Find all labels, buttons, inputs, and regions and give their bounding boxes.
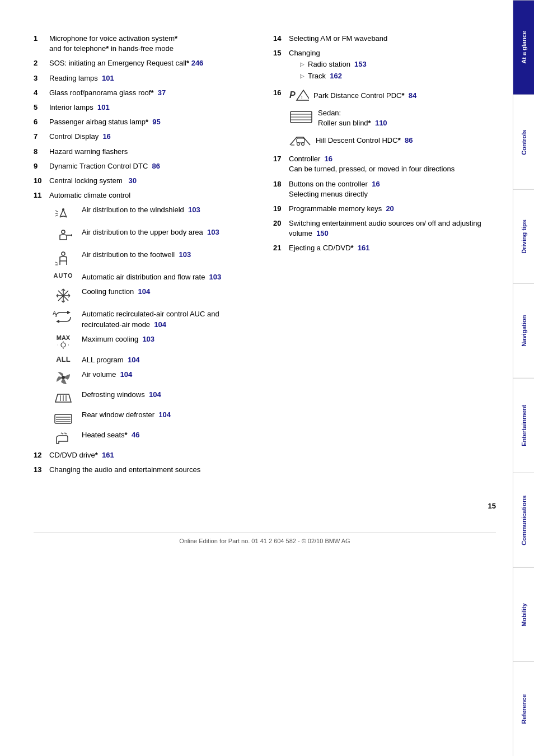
list-item-20: 20 Switching entertainment audio sources… bbox=[273, 218, 496, 239]
list-item-14: 14 Selecting AM or FM waveband bbox=[273, 34, 496, 44]
heated-seats-icon bbox=[53, 430, 73, 446]
svg-point-9 bbox=[62, 252, 65, 255]
climate-icon-rear-defrost: Rear window defroster 104 bbox=[49, 410, 256, 426]
climate-icon-list: Air distribution to the windshield 103 bbox=[49, 205, 256, 446]
svg-rect-49 bbox=[297, 138, 305, 143]
svg-marker-8 bbox=[71, 234, 72, 236]
list-item-2: 2 SOS: initiating an Emergency Request c… bbox=[34, 58, 256, 68]
list-item-9: 9 Dynamic Traction Control DTC 86 bbox=[34, 161, 256, 171]
rear-defrost-icon bbox=[53, 410, 73, 426]
list-item-13: 13 Changing the audio and entertainment … bbox=[34, 465, 256, 475]
air-volume-icon bbox=[53, 370, 73, 385]
list-item-16: 16 P ! Park Distance Control PDC* bbox=[273, 88, 496, 148]
page-footer: 15 Online Edition for Part no. 01 41 2 6… bbox=[34, 502, 496, 544]
list-item-10: 10 Central locking system 30 bbox=[34, 176, 256, 186]
footer-text: Online Edition for Part no. 01 41 2 604 … bbox=[34, 533, 496, 544]
list-item-12: 12 CD/DVD drive* 161 bbox=[34, 450, 256, 460]
list-item-11: 11 Automatic climate control bbox=[34, 190, 256, 200]
list-item-4: 4 Glass roof/panorama glass roof* 37 bbox=[34, 88, 256, 98]
cooling-icon bbox=[54, 287, 72, 305]
list-item-5: 5 Interior lamps 101 bbox=[34, 102, 256, 113]
list-item-18: 18 Buttons on the controller 16 Selectin… bbox=[273, 179, 496, 199]
sidebar-controls[interactable]: Controls bbox=[513, 95, 534, 189]
svg-line-12 bbox=[55, 262, 58, 263]
list-item-17: 17 Controller 16 Can be turned, pressed,… bbox=[273, 154, 496, 174]
climate-icon-upper-body: Air distribution to the upper body area … bbox=[49, 227, 256, 245]
climate-icon-footwell: Air distribution to the footwell 103 bbox=[49, 250, 256, 268]
pdc-icon: P ! bbox=[289, 88, 309, 104]
list-item-8: 8 Hazard warning flashers bbox=[34, 147, 256, 157]
climate-icon-auc: A Automatic recirculated-air control AUC… bbox=[49, 309, 256, 329]
sidebar-navigation[interactable]: Navigation bbox=[513, 283, 534, 378]
upper-body-icon bbox=[54, 227, 72, 245]
svg-point-2 bbox=[62, 208, 64, 211]
sidebar-mobility[interactable]: Mobility bbox=[513, 567, 534, 662]
list-item-6: 6 Passenger airbag status lamp* 95 bbox=[34, 117, 256, 127]
climate-icon-cooling: Cooling function 104 bbox=[49, 287, 256, 305]
climate-icon-windshield: Air distribution to the windshield 103 bbox=[49, 205, 256, 223]
svg-marker-26 bbox=[67, 311, 71, 314]
list-item-19: 19 Programmable memory keys 20 bbox=[273, 204, 496, 214]
sidebar-driving-tips[interactable]: Driving tips bbox=[513, 189, 534, 284]
climate-icon-all: ALL ALL program 104 bbox=[49, 355, 256, 365]
windshield-icon bbox=[54, 205, 72, 223]
list-item-15: 15 Changing ▷ Radio station 153 ▷ Track … bbox=[273, 48, 496, 82]
svg-text:P: P bbox=[289, 90, 296, 100]
climate-icon-air-volume: Air volume 104 bbox=[49, 370, 256, 385]
list-item-3: 3 Reading lamps 101 bbox=[34, 73, 256, 83]
svg-text:!: ! bbox=[301, 95, 303, 100]
list-item-1: 1 Microphone for voice activation system… bbox=[34, 34, 256, 54]
list-item-21: 21 Ejecting a CD/DVD* 161 bbox=[273, 243, 496, 253]
defrost-icon bbox=[53, 390, 73, 405]
auc-icon: A bbox=[53, 309, 74, 325]
svg-text:A: A bbox=[53, 310, 57, 316]
svg-point-29 bbox=[61, 343, 65, 347]
svg-marker-43 bbox=[297, 90, 309, 100]
svg-marker-27 bbox=[56, 320, 59, 323]
roller-sun-blind-icon bbox=[289, 108, 313, 126]
max-sun-icon bbox=[58, 341, 69, 349]
climate-icon-defrost: Defrosting windows 104 bbox=[49, 390, 256, 405]
climate-icon-max: MAX Maximum cooling 103 bbox=[49, 334, 256, 351]
svg-line-3 bbox=[55, 211, 58, 212]
svg-point-6 bbox=[62, 230, 65, 234]
sidebar-reference[interactable]: Reference bbox=[513, 661, 534, 756]
page-number: 15 bbox=[34, 502, 496, 510]
sidebar-communications[interactable]: Communications bbox=[513, 473, 534, 567]
sidebar-entertainment[interactable]: Entertainment bbox=[513, 378, 534, 473]
sidebar-at-a-glance[interactable]: At a glance bbox=[513, 0, 534, 95]
hdc-icon bbox=[289, 133, 311, 148]
climate-icon-auto: AUTO Automatic air distribution and flow… bbox=[49, 272, 256, 282]
climate-icon-heated-seats: Heated seats* 46 bbox=[49, 430, 256, 446]
list-item-7: 7 Control Display 16 bbox=[34, 132, 256, 142]
footwell-icon bbox=[54, 250, 72, 268]
sidebar: At a glance Controls Driving tips Naviga… bbox=[513, 0, 534, 756]
svg-line-5 bbox=[55, 215, 58, 216]
